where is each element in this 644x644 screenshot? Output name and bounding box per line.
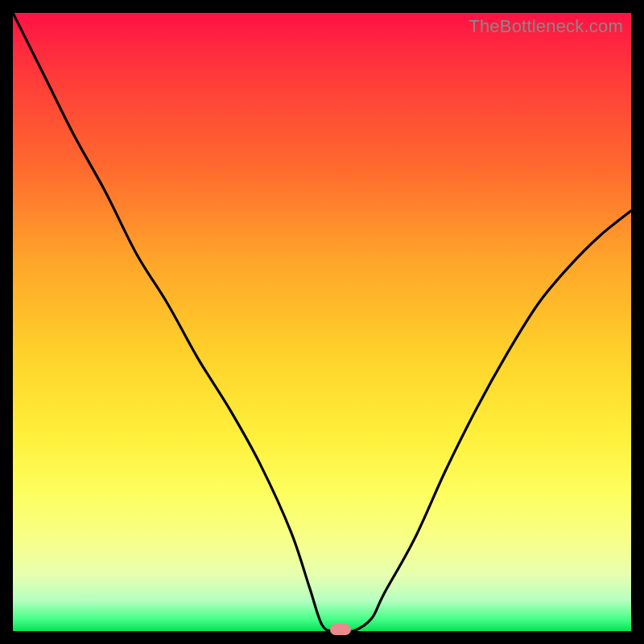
chart-frame: TheBottleneck.com [0, 0, 644, 644]
curve-path [13, 13, 631, 631]
bottleneck-curve [13, 13, 631, 631]
chart-plot-area: TheBottleneck.com [13, 13, 631, 631]
optimum-marker [330, 624, 351, 635]
